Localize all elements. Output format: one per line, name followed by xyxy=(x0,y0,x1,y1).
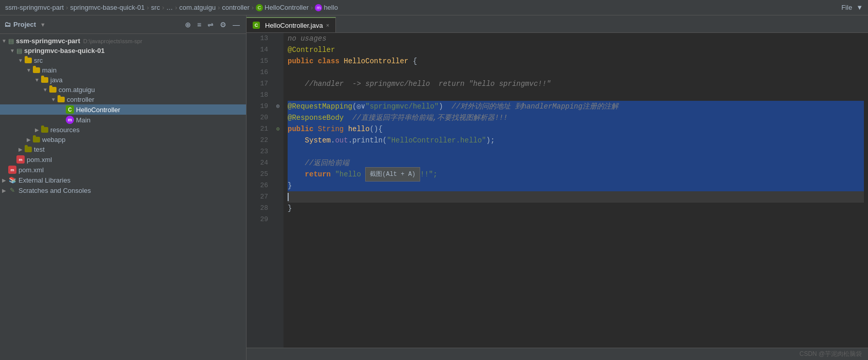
ln-15: 15 xyxy=(251,56,268,67)
project-icon: 🗂 xyxy=(4,21,11,28)
sidebar-header: 🗂 Project ▼ ⊕ ≡ ⇌ ⚙ — xyxy=(0,15,246,34)
sidebar: 🗂 Project ▼ ⊕ ≡ ⇌ ⚙ — ▼ ▤ ssm-springmvc-… xyxy=(0,15,247,360)
ln-20: 20 xyxy=(251,112,268,123)
collapse-arrow: ▼ xyxy=(0,38,8,44)
breadcrumb-item-package[interactable]: com.atguigu xyxy=(179,4,216,11)
class-icon: C xyxy=(256,4,263,11)
panel-dropdown-arrow[interactable]: ▼ xyxy=(40,22,46,28)
panel-title-label: Project xyxy=(13,21,36,28)
pom2-icon: m xyxy=(8,166,16,174)
tree-item-src[interactable]: ▼ src xyxy=(0,56,246,65)
tree-item-controller-folder[interactable]: ▼ controller xyxy=(0,95,246,104)
breadcrumb-item-method[interactable]: hello xyxy=(324,4,337,11)
tree-item-webapp[interactable]: ▶ webapp xyxy=(0,135,246,145)
kw-class: class xyxy=(318,56,344,67)
ln-22: 22 xyxy=(251,135,268,146)
string-hello: "hello xyxy=(335,169,365,180)
expand-button[interactable]: ⇌ xyxy=(205,20,216,30)
module-icon: ▤ xyxy=(8,38,14,45)
code-line-28: } xyxy=(288,203,864,214)
tree-item-main[interactable]: ▼ main xyxy=(0,65,246,75)
scratch-icon: ✎ xyxy=(8,186,16,194)
code-line-21: public String hello (){ xyxy=(288,123,864,135)
tree-item-pom1[interactable]: m pom.xml xyxy=(0,154,246,165)
breadcrumb-item-root[interactable]: ssm-springmvc-part xyxy=(5,4,64,11)
comment-return: //返回给前端 xyxy=(305,157,350,169)
pom1-label: pom.xml xyxy=(27,156,52,164)
breadcrumb-item-ellipsis[interactable]: … xyxy=(166,4,173,11)
breadcrumb-item-module[interactable]: springmvc-base-quick-01 xyxy=(70,4,144,11)
tree-item-package[interactable]: ▼ com.atguigu xyxy=(0,85,246,95)
file-menu-arrow: ▼ xyxy=(856,4,863,11)
code-editor[interactable]: 13 14 15 16 17 18 19 20 21 22 23 24 25 2… xyxy=(247,33,868,348)
tree-item-resources[interactable]: ▶ resources xyxy=(0,125,246,135)
gutter-26 xyxy=(272,180,284,191)
tree-item-java[interactable]: ▼ java xyxy=(0,75,246,85)
code-content[interactable]: no usages @Controller public class Hello… xyxy=(284,33,868,348)
module-icon2: ▤ xyxy=(16,47,22,55)
gutter-19: ◎ xyxy=(272,101,284,112)
line-numbers: 13 14 15 16 17 18 19 20 21 22 23 24 25 2… xyxy=(247,33,272,348)
settings-button[interactable]: ⚙ xyxy=(218,20,229,30)
resources-folder-icon xyxy=(41,127,48,133)
breadcrumb-item-controller[interactable]: controller xyxy=(222,4,249,11)
tree-item-pom2[interactable]: m pom.xml xyxy=(0,165,246,175)
gutter-28 xyxy=(272,203,284,214)
code-line-18 xyxy=(288,89,864,101)
gutter-22 xyxy=(272,135,284,146)
ln-26: 26 xyxy=(251,180,268,191)
ext-icon: 📚 xyxy=(8,176,16,184)
editor-tab-hello[interactable]: C HelloController.java × xyxy=(247,17,336,32)
breadcrumb-bar: ssm-springmvc-part › springmvc-base-quic… xyxy=(0,0,868,15)
controller-folder-icon xyxy=(58,97,65,102)
comment-responsebody: //直接返回字符串给前端,不要找视图解析器!!! xyxy=(352,112,507,123)
tree-item-root[interactable]: ▼ ▤ ssm-springmvc-part D:\javaprojects\s… xyxy=(0,36,246,46)
code-line-14: @Controller xyxy=(288,44,864,56)
locate-button[interactable]: ⊕ xyxy=(183,20,193,30)
file-menu[interactable]: File ▼ xyxy=(841,4,863,11)
code-line-22: System . out .println( "HelloController.… xyxy=(288,135,864,146)
breadcrumb-item-src[interactable]: src xyxy=(151,4,160,11)
code-line-17: //handler -> springmvc/hello return "hel… xyxy=(288,78,864,89)
tree-item-module[interactable]: ▼ ▤ springmvc-base-quick-01 xyxy=(0,46,246,56)
ln-14: 14 xyxy=(251,44,268,56)
file-menu-label[interactable]: File xyxy=(841,4,852,11)
tree-item-scratches[interactable]: ▶ ✎ Scratches and Consoles xyxy=(0,185,246,195)
method-hello: hello xyxy=(348,123,370,135)
gutter-15 xyxy=(272,56,284,67)
pom1-icon: m xyxy=(16,155,25,164)
code-line-15: public class HelloController { xyxy=(288,56,864,67)
ln-24: 24 xyxy=(251,157,268,169)
string-url: "springmvc/hello" xyxy=(365,101,439,112)
ln-19: 19 xyxy=(251,101,268,112)
field-out: out xyxy=(335,135,348,146)
kw-public: public xyxy=(288,56,318,67)
tab-class-icon: C xyxy=(253,22,260,29)
panel-title: 🗂 Project ▼ xyxy=(4,21,46,28)
controller-folder-label: controller xyxy=(67,96,94,103)
tree-item-test[interactable]: ▶ test xyxy=(0,145,246,154)
package-folder-icon xyxy=(49,87,56,93)
kw-public-2: public xyxy=(288,123,318,135)
tree-item-ext-libraries[interactable]: ▶ 📚 External Libraries xyxy=(0,175,246,185)
class-hello-controller: HelloController xyxy=(344,56,408,67)
tab-bar: C HelloController.java × xyxy=(247,15,868,33)
breadcrumb-item-class[interactable]: HelloController xyxy=(265,4,309,11)
hide-button[interactable]: — xyxy=(231,20,242,30)
pom2-label: pom.xml xyxy=(18,166,44,174)
hello-controller-label: HelloController xyxy=(76,106,120,114)
gutter-20 xyxy=(272,112,284,123)
string-hello-end: !!"; xyxy=(420,169,438,180)
collapse-button[interactable]: ≡ xyxy=(195,20,203,30)
tree-item-main-class[interactable]: m Main xyxy=(0,115,246,125)
status-bar: CSDN @芋泥肉松脑袋 xyxy=(247,348,868,360)
ln-21: 21 xyxy=(251,123,268,135)
gutter-18 xyxy=(272,89,284,101)
gutter-14 xyxy=(272,44,284,56)
tab-close-button[interactable]: × xyxy=(326,22,329,28)
gutter-24 xyxy=(272,157,284,169)
comment-mapping: //对外访问的地址 到handlerMapping注册的注解 xyxy=(451,101,618,112)
gutter-21: ⚙ xyxy=(272,123,284,135)
tree-item-hello-controller[interactable]: C HelloController xyxy=(0,104,246,115)
text-cursor xyxy=(288,193,289,201)
